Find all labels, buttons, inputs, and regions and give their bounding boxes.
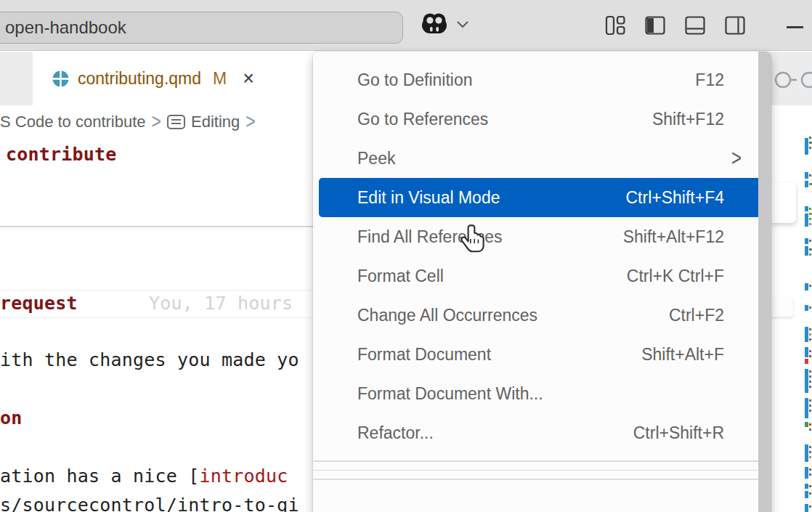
- minimap-text-mark: [809, 485, 811, 487]
- minimap-change-bar: [805, 246, 808, 256]
- breadcrumb: S Code to contribute > Editing >: [0, 105, 317, 138]
- minimap-change-bar: [805, 181, 808, 187]
- minimap-text-mark: [809, 505, 811, 508]
- tab-contributing-qmd[interactable]: contributing.qmd M ×: [33, 52, 317, 105]
- menu-separator: [313, 479, 758, 480]
- menu-item-go-to-references[interactable]: Go to ReferencesShift+F12: [319, 99, 762, 139]
- minimap-change-bar: [805, 444, 808, 462]
- menu-item-shortcut: Ctrl+F2: [669, 306, 724, 325]
- vscode-window: open-handbook: [0, 0, 812, 512]
- minimap-text-mark: [809, 386, 811, 388]
- minimap-text-mark: [809, 208, 811, 210]
- minimap-text-mark: [809, 306, 811, 309]
- minimap-change-bar: [805, 369, 808, 393]
- cell-toolbar-edge: [771, 297, 793, 317]
- menu-item-edit-in-visual-mode[interactable]: Edit in Visual ModeCtrl+Shift+F4: [319, 178, 762, 217]
- menu-item-refactor[interactable]: Refactor...Ctrl+Shift+R: [319, 413, 762, 452]
- code-segment: contribute: [6, 144, 117, 165]
- menu-item-format-cell[interactable]: Format CellCtrl+K Ctrl+F: [319, 256, 762, 296]
- menu-item-label: Change All Occurrences: [357, 306, 669, 325]
- minimap-text-mark: [809, 381, 811, 383]
- menu-item-go-to-definition[interactable]: Go to DefinitionF12: [319, 60, 762, 99]
- chevron-down-icon[interactable]: [456, 20, 469, 28]
- code-line: contribute: [6, 144, 117, 165]
- menu-item-shortcut: Ctrl+Shift+R: [633, 423, 724, 443]
- minimap-text-mark: [809, 405, 811, 407]
- breadcrumb-item-editing[interactable]: Editing: [191, 113, 240, 131]
- menu-item-shortcut: Ctrl+K Ctrl+F: [627, 267, 724, 286]
- toggle-primary-sidebar-icon[interactable]: [644, 15, 666, 36]
- minimap-text-mark: [809, 492, 811, 495]
- menu-item-label: Format Document With...: [357, 384, 724, 404]
- menu-item-shortcut: Shift+Alt+F: [641, 345, 724, 365]
- minimap-text-mark: [809, 223, 811, 225]
- title-bar: open-handbook: [0, 0, 812, 51]
- menu-item-change-all-occurrences[interactable]: Change All OccurrencesCtrl+F2: [319, 296, 762, 335]
- minimap-text-mark: [809, 174, 811, 176]
- code-segment: introduc: [200, 466, 288, 487]
- menu-scrollbar[interactable]: [758, 52, 771, 512]
- cell-toolbar-edge: [771, 183, 796, 223]
- menu-item-find-all-references[interactable]: Find All ReferencesShift+Alt+F12: [319, 217, 762, 256]
- toggle-panel-icon[interactable]: [684, 15, 706, 36]
- minimap-text-mark: [809, 446, 811, 448]
- minimap-text-mark: [809, 370, 811, 373]
- minimap-change-bar: [805, 206, 808, 211]
- pointer-cursor: [460, 224, 487, 257]
- minimap-text-mark: [809, 428, 811, 431]
- minimap-change-bar: [805, 327, 808, 342]
- minimap-text-mark: [809, 399, 811, 402]
- toggle-secondary-sidebar-icon[interactable]: [724, 15, 746, 36]
- minimap-change-bar: [805, 283, 808, 290]
- minimap[interactable]: [801, 105, 812, 512]
- code-segment: You, 17 hours: [149, 293, 293, 314]
- menu-item-shortcut: Shift+F12: [652, 110, 724, 129]
- menu-item-format-document[interactable]: Format DocumentShift+Alt+F: [319, 335, 762, 374]
- code-segment: on: [0, 407, 23, 428]
- minimap-change-bar: [805, 347, 808, 357]
- minimap-text-mark: [809, 375, 811, 378]
- code-segment: request: [0, 293, 78, 314]
- menu-item-label: Go to Definition: [357, 70, 695, 90]
- code-line: on: [0, 407, 23, 428]
- breadcrumb-item-code-to-contribute[interactable]: S Code to contribute: [0, 113, 146, 131]
- cell-boundary-line: [0, 226, 317, 227]
- code-line: request: [0, 293, 78, 314]
- command-center-text: open-handbook: [5, 17, 126, 38]
- minimap-change-bar: [805, 504, 808, 512]
- minimap-text-mark: [809, 456, 811, 458]
- quarto-file-icon: [52, 70, 69, 87]
- minimap-change-bar: [805, 467, 808, 479]
- submenu-chevron-icon: >: [731, 145, 742, 171]
- menu-item-peek[interactable]: Peek>: [319, 139, 762, 178]
- code-line: ith the changes you made yo: [0, 349, 299, 370]
- menu-item-label: Format Document: [357, 345, 641, 365]
- code-line: You, 17 hours: [149, 293, 293, 314]
- minimap-change-bar: [805, 422, 808, 427]
- menu-item-label: Refactor...: [357, 423, 633, 443]
- menu-item-shortcut: Ctrl+Shift+F4: [626, 188, 725, 208]
- menu-item-label: Peek: [357, 149, 731, 168]
- menu-item-label: Find All References: [357, 227, 623, 247]
- minimap-text-mark: [809, 253, 811, 256]
- menu-separator: [313, 470, 758, 471]
- close-icon[interactable]: ×: [243, 69, 254, 89]
- minimap-text-mark: [809, 137, 811, 139]
- minimap-change-bar: [805, 238, 808, 244]
- minimize-icon[interactable]: [787, 26, 803, 28]
- minimap-text-mark: [809, 333, 811, 336]
- minimap-text-mark: [809, 423, 811, 426]
- minimap-change-bar: [805, 172, 808, 179]
- minimap-text-mark: [809, 285, 811, 287]
- menu-item-shortcut: F12: [695, 70, 724, 90]
- minimap-text-mark: [809, 338, 811, 341]
- minimap-text-mark: [809, 240, 811, 242]
- menu-item-label: Edit in Visual Mode: [357, 188, 626, 208]
- menu-item-format-document-with[interactable]: Format Document With...: [319, 374, 762, 413]
- customize-layout-icon[interactable]: [604, 15, 626, 36]
- copilot-icon[interactable]: [420, 12, 449, 36]
- code-segment: ith the changes you made yo: [0, 349, 299, 370]
- minimap-text-mark: [809, 147, 811, 149]
- menu-separator: [313, 460, 758, 462]
- command-center-search[interactable]: open-handbook: [0, 12, 403, 44]
